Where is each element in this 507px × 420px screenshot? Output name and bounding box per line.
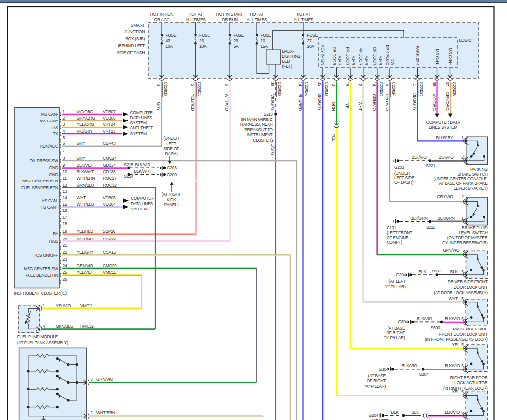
svg-text:VRT24: VRT24 — [103, 122, 115, 127]
svg-text:S111: S111 — [426, 225, 435, 230]
svg-text:C2280C: C2280C — [379, 82, 384, 96]
svg-text:(BEHIND LEFT: (BEHIND LEFT — [118, 43, 145, 48]
svg-text:CBP29: CBP29 — [103, 237, 116, 241]
svg-text:VIO/GRY: VIO/GRY — [77, 129, 93, 134]
svg-text:BLK/VIO: BLK/VIO — [135, 162, 151, 167]
svg-text:CCA15: CCA15 — [103, 250, 116, 255]
svg-text:RIGHT REAR DOOR: RIGHT REAR DOOR — [450, 375, 488, 380]
svg-text:DOOR LOCK UNIT: DOOR LOCK UNIT — [453, 285, 488, 290]
svg-text:5: 5 — [461, 296, 464, 301]
svg-text:(AT BASE: (AT BASE — [368, 373, 386, 378]
svg-text:C2280B: C2280B — [452, 82, 457, 96]
svg-text:TX: TX — [53, 131, 58, 136]
svg-text:S304: S304 — [419, 372, 429, 377]
svg-text:23: 23 — [63, 257, 67, 262]
svg-text:BLK/VIO: BLK/VIO — [445, 316, 460, 321]
svg-text:22: 22 — [63, 250, 67, 255]
svg-text:(UNDER: (UNDER — [163, 136, 179, 141]
svg-text:38: 38 — [432, 82, 437, 86]
svg-text:COMPUTER: COMPUTER — [130, 110, 153, 115]
svg-text:BLK/VIO: BLK/VIO — [77, 163, 92, 168]
svg-text:(IN RIGHT REAR DOOR): (IN RIGHT REAR DOOR) — [443, 386, 488, 390]
svg-text:RMC27: RMC27 — [103, 176, 117, 180]
svg-text:(AT DOOR LOCK ASSEMBLY): (AT DOOR LOCK ASSEMBLY) — [434, 290, 488, 295]
svg-text:FUEL SENDER RTN: FUEL SENDER RTN — [21, 185, 58, 190]
svg-text:BLK/VIO: BLK/VIO — [445, 363, 460, 368]
svg-text:BLK/GRN: BLK/GRN — [410, 216, 427, 221]
svg-text:(AT BASE: (AT BASE — [388, 326, 405, 330]
svg-text:YEL: YEL — [345, 103, 350, 111]
svg-text:"A" PILLAR): "A" PILLAR) — [385, 284, 406, 289]
svg-text:GRN/BLU: GRN/BLU — [56, 324, 73, 329]
svg-text:DF DOOR: DF DOOR — [372, 47, 377, 65]
svg-text:BRAKE FLUID: BRAKE FLUID — [462, 225, 488, 230]
svg-text:OR ACC: OR ACC — [154, 17, 170, 22]
svg-text:BLK/WHT: BLK/WHT — [77, 169, 95, 174]
svg-text:VIO/ORG: VIO/ORG — [77, 109, 94, 114]
svg-text:11: 11 — [63, 176, 67, 180]
svg-text:PF DOOR: PF DOOR — [358, 47, 363, 65]
svg-text:LEVEL SWITCH: LEVEL SWITCH — [459, 230, 488, 235]
svg-text:5: 5 — [63, 135, 65, 140]
svg-text:6: 6 — [461, 363, 464, 368]
svg-text:37: 37 — [445, 82, 450, 86]
svg-text:5: 5 — [461, 342, 464, 347]
svg-text:GRY: GRY — [77, 141, 86, 146]
svg-text:C2280B: C2280B — [277, 82, 282, 96]
svg-text:(IN FRONT PASSENGER'S DOOR): (IN FRONT PASSENGER'S DOOR) — [425, 337, 488, 342]
svg-text:3: 3 — [63, 122, 65, 127]
svg-text:13: 13 — [63, 189, 67, 194]
svg-text:HOT AT: HOT AT — [297, 12, 311, 17]
svg-text:43: 43 — [166, 38, 170, 43]
svg-text:PR DOOR: PR DOOR — [345, 47, 350, 65]
svg-text:OF DASH): OF DASH) — [394, 180, 414, 185]
svg-text:C2280C: C2280C — [419, 82, 424, 96]
svg-text:1: 1 — [461, 135, 464, 140]
svg-text:GRY: GRY — [156, 102, 161, 111]
svg-text:G204: G204 — [368, 413, 378, 418]
svg-text:BLK/WHT: BLK/WHT — [134, 169, 152, 174]
svg-text:VIO/ORG: VIO/ORG — [432, 94, 437, 111]
svg-text:(UNDER CENTER CONSOLE,: (UNDER CENTER CONSOLE, — [433, 176, 487, 181]
svg-text:(ON TOP OF MASTER: (ON TOP OF MASTER — [447, 235, 488, 240]
svg-text:9: 9 — [385, 84, 389, 86]
svg-text:BOX (SJB): BOX (SJB) — [125, 36, 145, 41]
svg-text:HARNESS, NEAR: HARNESS, NEAR — [240, 122, 273, 127]
svg-text:CLUSTER): CLUSTER) — [253, 138, 273, 143]
svg-text:G101: G101 — [387, 225, 396, 230]
svg-text:GRN: GRN — [331, 102, 336, 111]
svg-text:WHT/VIO: WHT/VIO — [77, 237, 94, 241]
svg-text:BLU/GRY: BLU/GRY — [412, 93, 417, 111]
svg-text:20: 20 — [63, 237, 67, 241]
svg-text:LINES SYSTEM: LINES SYSTEM — [429, 125, 458, 130]
svg-text:BLK: BLK — [411, 410, 419, 415]
svg-text:GRY/ORG: GRY/ORG — [77, 116, 96, 120]
svg-text:S501: S501 — [432, 269, 441, 273]
svg-text:GRY/VIO: GRY/VIO — [437, 194, 453, 199]
svg-text:19: 19 — [63, 229, 67, 234]
svg-text:LOCK ACTUATOR: LOCK ACTUATOR — [454, 380, 487, 385]
svg-text:(FET): (FET) — [282, 64, 293, 69]
svg-text:15: 15 — [345, 82, 350, 86]
svg-text:BLK/VIO: BLK/VIO — [417, 316, 433, 321]
svg-text:MSG CENTER SW: MSG CENTER SW — [24, 266, 59, 271]
svg-text:VMC11: VMC11 — [80, 303, 93, 308]
svg-text:BREAKOUT TO: BREAKOUT TO — [244, 127, 273, 132]
svg-text:6: 6 — [461, 410, 464, 415]
svg-text:2: 2 — [461, 194, 464, 199]
svg-text:GRN/BLU: GRN/BLU — [77, 183, 94, 188]
svg-text:INSTRUMENT CLUSTER (IC): INSTRUMENT CLUSTER (IC) — [14, 291, 67, 296]
svg-text:2: 2 — [358, 84, 363, 86]
svg-text:21: 21 — [63, 243, 67, 248]
svg-text:WHT: WHT — [448, 296, 458, 301]
svg-text:ALL TIMES: ALL TIMES — [294, 17, 314, 22]
svg-text:AJAR: AJAR — [337, 55, 342, 65]
svg-text:4: 4 — [63, 129, 65, 134]
svg-text:BLU/GRY: BLU/GRY — [317, 93, 322, 111]
svg-text:BLK/VIO: BLK/VIO — [402, 363, 418, 368]
svg-text:GRY/ORG: GRY/ORG — [445, 92, 450, 111]
svg-text:SYSTEM: SYSTEM — [131, 207, 147, 211]
svg-text:MS CAN-: MS CAN- — [41, 112, 58, 117]
svg-text:27: 27 — [307, 38, 312, 43]
svg-text:(AT LEFT: (AT LEFT — [372, 418, 389, 420]
